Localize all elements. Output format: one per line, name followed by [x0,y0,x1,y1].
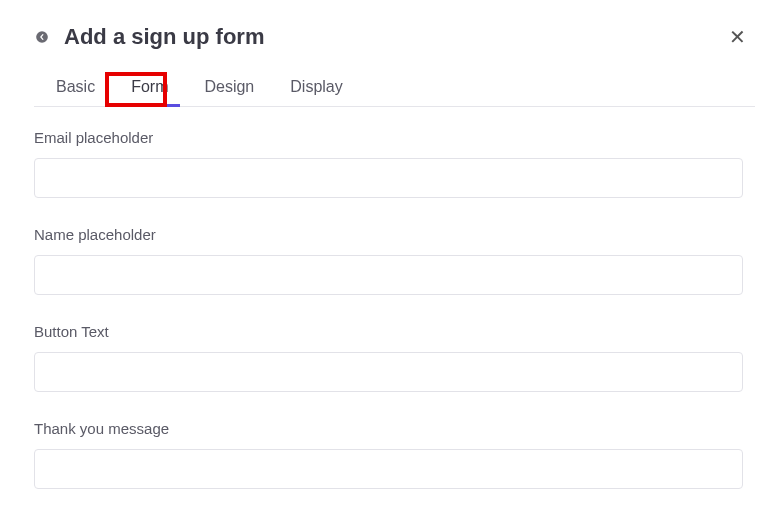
field-email-placeholder: Email placeholder [34,129,743,198]
field-name-placeholder: Name placeholder [34,226,743,295]
header-left: Add a sign up form [34,24,264,50]
label-name-placeholder: Name placeholder [34,226,743,243]
tabs-bar: Basic Form Design Display [34,68,755,107]
input-name-placeholder[interactable] [34,255,743,295]
input-button-text[interactable] [34,352,743,392]
field-thank-you-message: Thank you message [34,420,743,489]
tab-design[interactable]: Design [186,68,272,106]
field-button-text: Button Text [34,323,743,392]
label-button-text: Button Text [34,323,743,340]
modal-header: Add a sign up form ✕ [34,24,755,50]
tab-basic[interactable]: Basic [38,68,113,106]
tab-form[interactable]: Form [113,68,186,106]
page-title: Add a sign up form [64,24,264,50]
close-icon[interactable]: ✕ [725,25,749,49]
label-thank-you-message: Thank you message [34,420,743,437]
svg-point-0 [36,31,48,43]
form-scroll-area[interactable]: Email placeholder Name placeholder Butto… [34,107,755,511]
input-email-placeholder[interactable] [34,158,743,198]
back-icon[interactable] [34,29,50,45]
input-thank-you-message[interactable] [34,449,743,489]
modal-container: Add a sign up form ✕ Basic Form Design D… [0,0,783,511]
form-inner: Email placeholder Name placeholder Butto… [34,107,747,511]
label-email-placeholder: Email placeholder [34,129,743,146]
tab-display[interactable]: Display [272,68,360,106]
